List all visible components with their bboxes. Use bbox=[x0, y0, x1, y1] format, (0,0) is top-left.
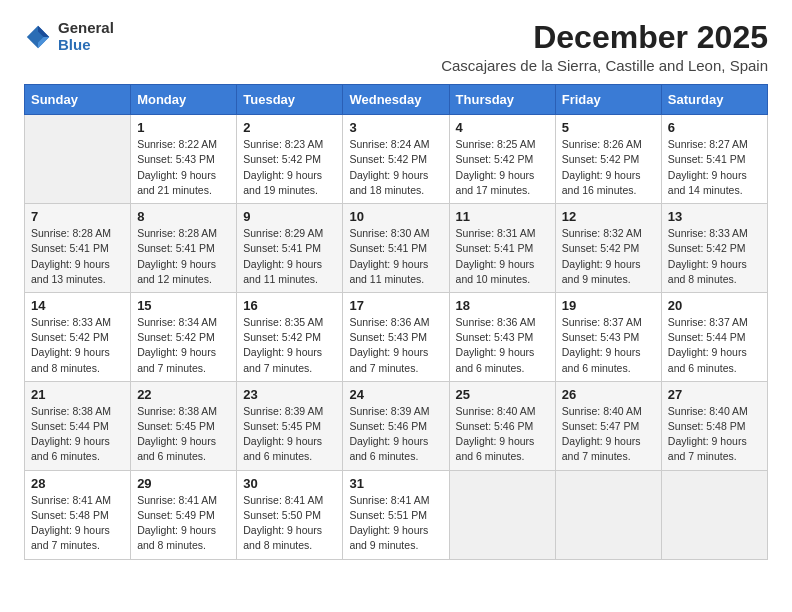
location-title: Cascajares de la Sierra, Castille and Le… bbox=[441, 57, 768, 74]
calendar-cell: 12Sunrise: 8:32 AM Sunset: 5:42 PM Dayli… bbox=[555, 204, 661, 293]
day-info: Sunrise: 8:27 AM Sunset: 5:41 PM Dayligh… bbox=[668, 137, 761, 198]
day-info: Sunrise: 8:40 AM Sunset: 5:48 PM Dayligh… bbox=[668, 404, 761, 465]
day-number: 21 bbox=[31, 387, 124, 402]
calendar-week: 28Sunrise: 8:41 AM Sunset: 5:48 PM Dayli… bbox=[25, 470, 768, 559]
day-number: 22 bbox=[137, 387, 230, 402]
day-info: Sunrise: 8:38 AM Sunset: 5:44 PM Dayligh… bbox=[31, 404, 124, 465]
day-info: Sunrise: 8:28 AM Sunset: 5:41 PM Dayligh… bbox=[31, 226, 124, 287]
weekday-header: Thursday bbox=[449, 85, 555, 115]
day-info: Sunrise: 8:34 AM Sunset: 5:42 PM Dayligh… bbox=[137, 315, 230, 376]
calendar-cell: 1Sunrise: 8:22 AM Sunset: 5:43 PM Daylig… bbox=[131, 115, 237, 204]
day-info: Sunrise: 8:37 AM Sunset: 5:44 PM Dayligh… bbox=[668, 315, 761, 376]
calendar-cell: 6Sunrise: 8:27 AM Sunset: 5:41 PM Daylig… bbox=[661, 115, 767, 204]
day-number: 9 bbox=[243, 209, 336, 224]
logo-general: General bbox=[58, 20, 114, 37]
weekday-header: Sunday bbox=[25, 85, 131, 115]
day-info: Sunrise: 8:36 AM Sunset: 5:43 PM Dayligh… bbox=[456, 315, 549, 376]
calendar-cell: 11Sunrise: 8:31 AM Sunset: 5:41 PM Dayli… bbox=[449, 204, 555, 293]
month-title: December 2025 bbox=[441, 20, 768, 55]
day-number: 23 bbox=[243, 387, 336, 402]
day-number: 15 bbox=[137, 298, 230, 313]
page-header: General Blue December 2025 Cascajares de… bbox=[24, 20, 768, 74]
calendar-cell: 23Sunrise: 8:39 AM Sunset: 5:45 PM Dayli… bbox=[237, 381, 343, 470]
title-block: December 2025 Cascajares de la Sierra, C… bbox=[441, 20, 768, 74]
calendar-cell: 25Sunrise: 8:40 AM Sunset: 5:46 PM Dayli… bbox=[449, 381, 555, 470]
logo-text: General Blue bbox=[58, 20, 114, 53]
day-number: 19 bbox=[562, 298, 655, 313]
calendar-cell: 9Sunrise: 8:29 AM Sunset: 5:41 PM Daylig… bbox=[237, 204, 343, 293]
calendar-cell: 18Sunrise: 8:36 AM Sunset: 5:43 PM Dayli… bbox=[449, 292, 555, 381]
calendar-cell bbox=[555, 470, 661, 559]
calendar-cell: 26Sunrise: 8:40 AM Sunset: 5:47 PM Dayli… bbox=[555, 381, 661, 470]
weekday-header: Tuesday bbox=[237, 85, 343, 115]
calendar-cell: 30Sunrise: 8:41 AM Sunset: 5:50 PM Dayli… bbox=[237, 470, 343, 559]
calendar-cell: 22Sunrise: 8:38 AM Sunset: 5:45 PM Dayli… bbox=[131, 381, 237, 470]
day-number: 25 bbox=[456, 387, 549, 402]
day-info: Sunrise: 8:37 AM Sunset: 5:43 PM Dayligh… bbox=[562, 315, 655, 376]
day-number: 10 bbox=[349, 209, 442, 224]
calendar-week: 7Sunrise: 8:28 AM Sunset: 5:41 PM Daylig… bbox=[25, 204, 768, 293]
day-info: Sunrise: 8:41 AM Sunset: 5:48 PM Dayligh… bbox=[31, 493, 124, 554]
calendar-cell bbox=[449, 470, 555, 559]
logo: General Blue bbox=[24, 20, 114, 53]
day-number: 20 bbox=[668, 298, 761, 313]
day-number: 4 bbox=[456, 120, 549, 135]
day-number: 18 bbox=[456, 298, 549, 313]
calendar-cell bbox=[25, 115, 131, 204]
calendar-table: SundayMondayTuesdayWednesdayThursdayFrid… bbox=[24, 84, 768, 559]
day-number: 14 bbox=[31, 298, 124, 313]
weekday-header: Wednesday bbox=[343, 85, 449, 115]
day-number: 30 bbox=[243, 476, 336, 491]
day-number: 26 bbox=[562, 387, 655, 402]
day-info: Sunrise: 8:24 AM Sunset: 5:42 PM Dayligh… bbox=[349, 137, 442, 198]
day-number: 6 bbox=[668, 120, 761, 135]
day-info: Sunrise: 8:28 AM Sunset: 5:41 PM Dayligh… bbox=[137, 226, 230, 287]
calendar-cell: 3Sunrise: 8:24 AM Sunset: 5:42 PM Daylig… bbox=[343, 115, 449, 204]
day-info: Sunrise: 8:23 AM Sunset: 5:42 PM Dayligh… bbox=[243, 137, 336, 198]
calendar-cell: 28Sunrise: 8:41 AM Sunset: 5:48 PM Dayli… bbox=[25, 470, 131, 559]
day-number: 11 bbox=[456, 209, 549, 224]
day-info: Sunrise: 8:33 AM Sunset: 5:42 PM Dayligh… bbox=[668, 226, 761, 287]
calendar-cell: 10Sunrise: 8:30 AM Sunset: 5:41 PM Dayli… bbox=[343, 204, 449, 293]
day-number: 16 bbox=[243, 298, 336, 313]
day-info: Sunrise: 8:33 AM Sunset: 5:42 PM Dayligh… bbox=[31, 315, 124, 376]
day-number: 7 bbox=[31, 209, 124, 224]
calendar-cell: 2Sunrise: 8:23 AM Sunset: 5:42 PM Daylig… bbox=[237, 115, 343, 204]
calendar-cell: 4Sunrise: 8:25 AM Sunset: 5:42 PM Daylig… bbox=[449, 115, 555, 204]
day-number: 17 bbox=[349, 298, 442, 313]
day-number: 24 bbox=[349, 387, 442, 402]
calendar-cell: 20Sunrise: 8:37 AM Sunset: 5:44 PM Dayli… bbox=[661, 292, 767, 381]
header-row: SundayMondayTuesdayWednesdayThursdayFrid… bbox=[25, 85, 768, 115]
weekday-header: Monday bbox=[131, 85, 237, 115]
day-info: Sunrise: 8:22 AM Sunset: 5:43 PM Dayligh… bbox=[137, 137, 230, 198]
calendar-cell: 15Sunrise: 8:34 AM Sunset: 5:42 PM Dayli… bbox=[131, 292, 237, 381]
day-number: 8 bbox=[137, 209, 230, 224]
calendar-week: 1Sunrise: 8:22 AM Sunset: 5:43 PM Daylig… bbox=[25, 115, 768, 204]
day-info: Sunrise: 8:35 AM Sunset: 5:42 PM Dayligh… bbox=[243, 315, 336, 376]
day-info: Sunrise: 8:39 AM Sunset: 5:46 PM Dayligh… bbox=[349, 404, 442, 465]
logo-icon bbox=[24, 23, 52, 51]
calendar-cell: 8Sunrise: 8:28 AM Sunset: 5:41 PM Daylig… bbox=[131, 204, 237, 293]
day-info: Sunrise: 8:40 AM Sunset: 5:47 PM Dayligh… bbox=[562, 404, 655, 465]
calendar-cell: 16Sunrise: 8:35 AM Sunset: 5:42 PM Dayli… bbox=[237, 292, 343, 381]
calendar-cell: 7Sunrise: 8:28 AM Sunset: 5:41 PM Daylig… bbox=[25, 204, 131, 293]
day-info: Sunrise: 8:38 AM Sunset: 5:45 PM Dayligh… bbox=[137, 404, 230, 465]
calendar-body: 1Sunrise: 8:22 AM Sunset: 5:43 PM Daylig… bbox=[25, 115, 768, 559]
day-info: Sunrise: 8:36 AM Sunset: 5:43 PM Dayligh… bbox=[349, 315, 442, 376]
day-info: Sunrise: 8:32 AM Sunset: 5:42 PM Dayligh… bbox=[562, 226, 655, 287]
weekday-header: Saturday bbox=[661, 85, 767, 115]
day-number: 29 bbox=[137, 476, 230, 491]
calendar-week: 21Sunrise: 8:38 AM Sunset: 5:44 PM Dayli… bbox=[25, 381, 768, 470]
weekday-header: Friday bbox=[555, 85, 661, 115]
calendar-week: 14Sunrise: 8:33 AM Sunset: 5:42 PM Dayli… bbox=[25, 292, 768, 381]
calendar-cell: 13Sunrise: 8:33 AM Sunset: 5:42 PM Dayli… bbox=[661, 204, 767, 293]
day-info: Sunrise: 8:25 AM Sunset: 5:42 PM Dayligh… bbox=[456, 137, 549, 198]
calendar-cell: 31Sunrise: 8:41 AM Sunset: 5:51 PM Dayli… bbox=[343, 470, 449, 559]
calendar-cell: 27Sunrise: 8:40 AM Sunset: 5:48 PM Dayli… bbox=[661, 381, 767, 470]
day-number: 28 bbox=[31, 476, 124, 491]
day-number: 13 bbox=[668, 209, 761, 224]
day-number: 5 bbox=[562, 120, 655, 135]
calendar-cell: 5Sunrise: 8:26 AM Sunset: 5:42 PM Daylig… bbox=[555, 115, 661, 204]
day-info: Sunrise: 8:26 AM Sunset: 5:42 PM Dayligh… bbox=[562, 137, 655, 198]
day-number: 2 bbox=[243, 120, 336, 135]
